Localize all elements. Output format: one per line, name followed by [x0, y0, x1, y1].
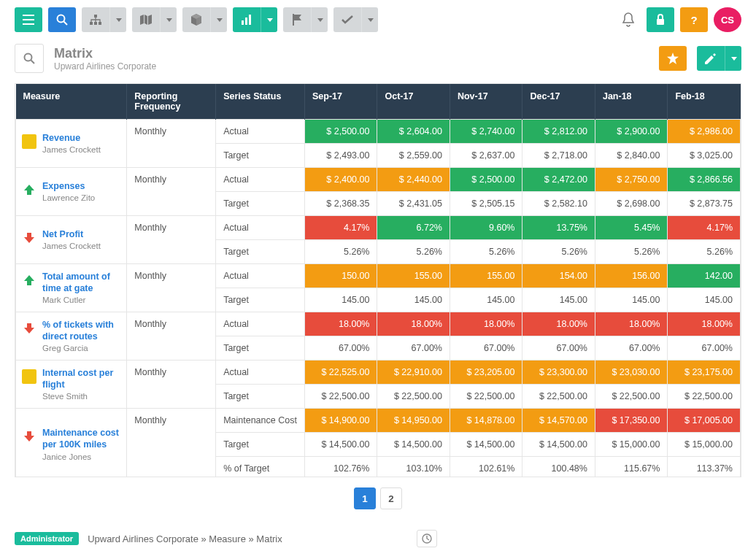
value-cell: 100.48%	[522, 457, 595, 478]
value-cell: 67.00%	[668, 336, 741, 361]
value-cell: $ 2,698.00	[595, 192, 668, 216]
help-button[interactable]: ?	[680, 7, 708, 32]
value-cell: 18.00%	[377, 312, 450, 336]
chart-dropdown[interactable]	[233, 7, 277, 32]
table-row: % of tickets with direct routesGreg Garc…	[16, 312, 741, 336]
value-cell: 155.00	[377, 264, 450, 288]
measure-cell: ExpensesLawrence Zito	[16, 168, 127, 216]
arrow-up-icon	[22, 273, 36, 288]
package-caret[interactable]	[210, 7, 227, 32]
measure-owner: James Crockett	[42, 145, 101, 154]
role-badge: Administrator	[15, 532, 79, 545]
value-cell: $ 2,493.00	[304, 144, 377, 168]
series-status-cell: Actual	[216, 361, 305, 385]
page-search-button[interactable]	[15, 44, 44, 73]
value-cell: 145.00	[668, 288, 741, 312]
map-button[interactable]	[132, 7, 160, 32]
page-title: Matrix	[54, 46, 156, 61]
svg-rect-10	[657, 19, 664, 25]
chart-button[interactable]	[233, 7, 261, 32]
page-subtitle: Upward Airlines Corporate	[54, 61, 156, 72]
org-caret[interactable]	[109, 7, 126, 32]
value-cell: $ 2,604.00	[377, 120, 450, 144]
series-status-cell: Actual	[216, 168, 305, 192]
series-status-cell: % of Target	[216, 457, 305, 478]
arrow-down-icon	[22, 321, 36, 336]
check-dropdown[interactable]	[333, 7, 378, 32]
measure-link[interactable]: Revenue	[42, 133, 101, 144]
value-cell: $ 14,900.00	[304, 409, 377, 433]
org-dropdown[interactable]	[82, 7, 126, 32]
global-search-button[interactable]	[48, 7, 76, 32]
table-row: Internal cost per flightSteve SmithMonth…	[16, 361, 741, 385]
value-cell: 6.72%	[377, 216, 450, 240]
map-caret[interactable]	[160, 7, 177, 32]
value-cell: 18.00%	[304, 312, 377, 336]
page-2[interactable]: 2	[380, 487, 402, 509]
value-cell: $ 2,368.35	[304, 192, 377, 216]
series-status-cell: Actual	[216, 120, 305, 144]
measure-link[interactable]: % of tickets with direct routes	[42, 320, 122, 342]
value-cell: $ 2,582.10	[522, 192, 595, 216]
lock-button[interactable]	[647, 7, 674, 32]
value-cell: $ 14,570.00	[522, 409, 595, 433]
package-button[interactable]	[182, 7, 210, 32]
value-cell: 9.60%	[450, 216, 522, 240]
value-cell: $ 15,000.00	[668, 433, 741, 457]
arrow-up-icon	[22, 182, 36, 197]
menu-button[interactable]	[15, 7, 42, 32]
edit-button[interactable]	[697, 46, 725, 71]
favorite-button[interactable]	[659, 46, 687, 71]
value-cell: $ 23,175.00	[668, 361, 741, 385]
value-cell: 67.00%	[595, 336, 668, 361]
measure-link[interactable]: Net Profit	[42, 229, 101, 241]
edit-dropdown[interactable]	[697, 46, 741, 71]
value-cell: 145.00	[450, 288, 522, 312]
top-toolbar: ? CS	[0, 0, 756, 39]
flag-button[interactable]	[283, 7, 311, 32]
table-row: RevenueJames CrockettMonthlyActual$ 2,50…	[16, 120, 741, 144]
check-icon	[342, 15, 353, 24]
check-button[interactable]	[333, 7, 361, 32]
search-icon	[56, 14, 68, 26]
value-cell: $ 2,873.75	[668, 192, 741, 216]
pagination: 1 2	[0, 477, 756, 523]
measure-cell: Internal cost per flightSteve Smith	[16, 361, 127, 409]
series-status-cell: Actual	[216, 264, 305, 288]
history-button[interactable]	[417, 530, 437, 547]
value-cell: $ 2,637.00	[450, 144, 522, 168]
edit-caret[interactable]	[725, 46, 741, 71]
svg-rect-3	[90, 22, 93, 25]
flag-dropdown[interactable]	[283, 7, 328, 32]
flag-icon	[292, 14, 302, 26]
frequency-cell: Monthly	[127, 361, 216, 409]
question-icon: ?	[690, 14, 697, 26]
square-indicator-icon	[22, 369, 36, 384]
flag-caret[interactable]	[311, 7, 328, 32]
table-header: Measure Reporting Frequency Series Statu…	[16, 84, 741, 120]
notifications-button[interactable]	[616, 7, 641, 32]
col-month-2: Nov-17	[450, 84, 522, 120]
measure-link[interactable]: Expenses	[42, 181, 95, 193]
value-cell: 18.00%	[522, 312, 595, 336]
chart-caret[interactable]	[261, 7, 277, 32]
package-dropdown[interactable]	[182, 7, 227, 32]
avatar-initials: CS	[721, 15, 734, 26]
value-cell: $ 2,900.00	[595, 120, 668, 144]
series-status-cell: Target	[216, 240, 305, 264]
value-cell: 155.00	[450, 264, 522, 288]
value-cell: 156.00	[595, 264, 668, 288]
measure-link[interactable]: Maintenance cost per 100K miles	[42, 428, 122, 450]
org-button[interactable]	[82, 7, 109, 32]
check-caret[interactable]	[361, 7, 378, 32]
breadcrumb: Upward Airlines Corporate » Measure » Ma…	[88, 533, 282, 544]
map-dropdown[interactable]	[132, 7, 177, 32]
measure-link[interactable]: Total amount of time at gate	[42, 271, 122, 294]
value-cell: 145.00	[522, 288, 595, 312]
value-cell: $ 2,740.00	[450, 120, 522, 144]
value-cell: 5.26%	[377, 240, 450, 264]
value-cell: $ 14,950.00	[377, 409, 450, 433]
user-avatar[interactable]: CS	[714, 7, 741, 32]
page-1[interactable]: 1	[354, 487, 376, 509]
measure-link[interactable]: Internal cost per flight	[42, 368, 122, 390]
